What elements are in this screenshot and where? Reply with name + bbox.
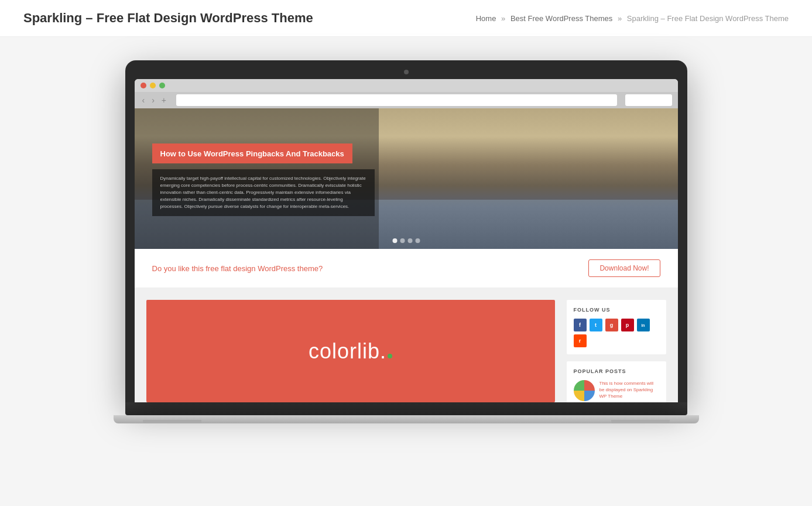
- search-bar[interactable]: [625, 94, 672, 106]
- browser-chrome: ‹ › +: [135, 79, 678, 402]
- main-content: ‹ › +: [0, 37, 812, 447]
- hero-body-box: Dynamically target high-payoff intellect…: [152, 169, 375, 216]
- hero-title-box: How to Use WordPress Pingbacks And Track…: [152, 143, 352, 163]
- cta-bar: Do you like this free flat design WordPr…: [135, 249, 678, 288]
- hero-dot-4[interactable]: [415, 238, 420, 243]
- follow-heading: FOLLOW US: [574, 307, 659, 313]
- address-bar[interactable]: [176, 94, 616, 106]
- hero-dot-1[interactable]: [392, 238, 397, 243]
- social-google[interactable]: g: [605, 319, 618, 331]
- main-post: colorlib.: [146, 300, 555, 391]
- social-pinterest[interactable]: p: [621, 319, 634, 331]
- social-facebook[interactable]: f: [574, 319, 587, 331]
- laptop-bottom: [114, 415, 699, 423]
- hero-dot-2[interactable]: [400, 238, 405, 243]
- browser-viewport: How to Use WordPress Pingbacks And Track…: [135, 108, 678, 402]
- breadcrumb-home[interactable]: Home: [476, 14, 496, 23]
- laptop-base: [125, 402, 687, 415]
- page-title: Sparkling – Free Flat Design WordPress T…: [23, 11, 313, 26]
- breadcrumb-current: Sparkling – Free Flat Design WordPress T…: [627, 14, 789, 23]
- breadcrumb: Home » Best Free WordPress Themes » Spar…: [476, 14, 789, 23]
- social-linkedin[interactable]: in: [637, 319, 650, 331]
- new-tab-button[interactable]: +: [160, 95, 168, 105]
- social-icons: f t g p: [574, 319, 659, 347]
- twitter-icon: t: [595, 322, 597, 328]
- hero-slider: How to Use WordPress Pingbacks And Track…: [135, 108, 678, 249]
- sidebar: FOLLOW US f t g: [567, 300, 666, 391]
- popular-heading: POPULAR POSTS: [574, 368, 659, 374]
- breadcrumb-sep1: »: [501, 14, 505, 23]
- browser-dot-red[interactable]: [141, 83, 146, 88]
- laptop-wrapper: ‹ › +: [119, 60, 693, 423]
- popular-post-item: This is how comments will be displayed o…: [574, 380, 659, 401]
- pinterest-icon: p: [626, 322, 629, 328]
- hero-body: Dynamically target high-payoff intellect…: [160, 175, 366, 210]
- popular-post-text[interactable]: This is how comments will be displayed o…: [599, 380, 659, 400]
- colorlib-dot: [388, 354, 392, 358]
- content-area: colorlib. FOLLOW US f: [135, 288, 678, 402]
- colorlib-logo: colorlib.: [309, 339, 392, 364]
- sidebar-follow-section: FOLLOW US f t g: [567, 300, 666, 354]
- breadcrumb-sep2: »: [618, 14, 622, 23]
- colorlib-name: colorlib.: [309, 339, 386, 363]
- hero-dots: [392, 238, 420, 243]
- breadcrumb-parent[interactable]: Best Free WordPress Themes: [511, 14, 612, 23]
- linkedin-icon: in: [641, 323, 645, 327]
- google-icon: g: [610, 322, 614, 328]
- download-button[interactable]: Download Now!: [588, 259, 660, 277]
- social-twitter[interactable]: t: [590, 319, 602, 331]
- laptop-foot-right: [611, 420, 670, 423]
- cta-question: Do you like this free flat design WordPr…: [152, 264, 323, 273]
- facebook-icon: f: [579, 322, 581, 328]
- browser-dot-green[interactable]: [159, 83, 165, 88]
- browser-nav: ‹ › +: [135, 92, 678, 108]
- reddit-icon: r: [579, 338, 581, 344]
- social-reddit[interactable]: r: [574, 334, 587, 347]
- hero-dot-3[interactable]: [407, 238, 412, 243]
- forward-button[interactable]: ›: [150, 95, 156, 105]
- sidebar-popular-section: POPULAR POSTS This is how comments will …: [567, 361, 666, 402]
- page-header: Sparkling – Free Flat Design WordPress T…: [0, 0, 812, 37]
- post-image-box: colorlib.: [146, 300, 555, 402]
- laptop-outer: ‹ › +: [125, 60, 687, 402]
- hero-title: How to Use WordPress Pingbacks And Track…: [160, 149, 344, 158]
- hero-content-box: How to Use WordPress Pingbacks And Track…: [152, 143, 375, 216]
- browser-dot-yellow[interactable]: [150, 83, 156, 88]
- laptop-foot-left: [143, 420, 201, 423]
- laptop-camera: [404, 70, 409, 74]
- back-button[interactable]: ‹: [141, 95, 147, 105]
- popular-post-thumbnail: [574, 380, 595, 401]
- browser-titlebar: [135, 79, 678, 92]
